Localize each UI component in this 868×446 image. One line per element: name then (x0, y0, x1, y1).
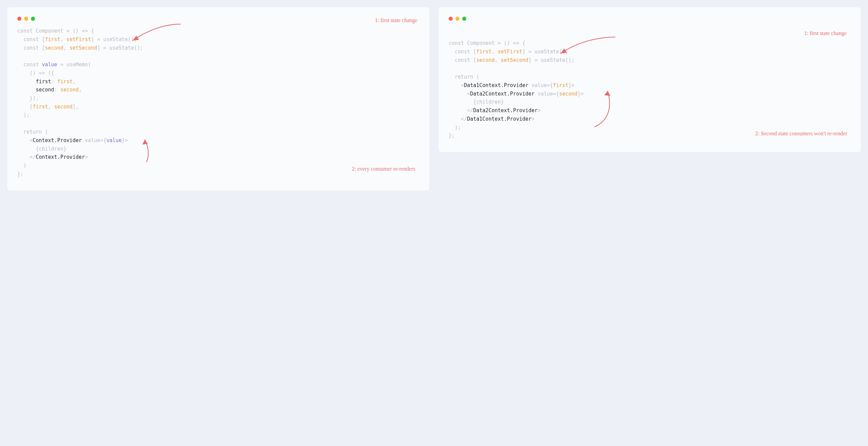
code-token: const (449, 40, 464, 46)
code-token: </ (449, 107, 473, 114)
window-dots (449, 17, 851, 21)
code-token: , (63, 45, 69, 51)
panels-grid: 1: first state change const Component = … (7, 7, 861, 191)
code-token: second (559, 91, 577, 97)
code-token: value (42, 62, 57, 68)
close-icon (449, 17, 453, 21)
code-token: { (550, 82, 553, 88)
code-token: ] = useState(); (522, 49, 568, 55)
code-token: first (553, 82, 568, 88)
code-token: {children} (449, 99, 504, 105)
code-token: second (54, 104, 72, 110)
code-token: </ (449, 116, 467, 122)
code-block: const Component = () => { const [first, … (17, 27, 419, 178)
code-token: </ (17, 154, 36, 160)
code-token: Data2Context.Provider (473, 107, 538, 114)
code-token: first (45, 36, 60, 42)
minimize-icon (455, 17, 459, 21)
code-token: second (45, 45, 63, 51)
code-token: , (48, 104, 54, 110)
code-token: : (51, 79, 57, 85)
code-token: > (85, 154, 88, 160)
code-token: value= (535, 91, 556, 97)
code-token: , (73, 79, 76, 85)
code-token: first (17, 79, 51, 85)
code-token: first (57, 79, 72, 85)
code-token: setFirst (67, 36, 91, 42)
code-token: [ (39, 36, 45, 42)
code-token: , (491, 49, 498, 55)
code-token: }; (449, 133, 455, 139)
code-token: Data1Context.Provider (464, 82, 528, 88)
code-token: [ (470, 57, 476, 63)
code-token: return ( (449, 74, 479, 80)
code-token: > (125, 137, 128, 143)
code-token: < (17, 137, 33, 143)
code-token: < (449, 82, 464, 88)
code-token: > (532, 116, 535, 122)
code-token: , (494, 57, 501, 63)
code-token: > (571, 82, 574, 88)
code-token: {children} (17, 146, 67, 152)
code-token: } (568, 82, 571, 88)
code-token: ] = useState(); (91, 36, 137, 42)
code-token: > (580, 91, 584, 97)
code-token: { (103, 137, 106, 143)
code-token: , (79, 87, 82, 93)
code-token: Data2Context.Provider (470, 91, 535, 97)
code-token: value= (528, 82, 550, 88)
code-token: const (17, 45, 39, 51)
code-token: second (60, 87, 79, 93)
code-token: const (17, 62, 42, 68)
code-block: const Component = () => { const [first, … (449, 39, 851, 140)
code-token: ] = useState(); (97, 45, 143, 51)
maximize-icon (462, 17, 466, 21)
window-dots (17, 17, 419, 21)
code-token: Context.Provider (33, 137, 82, 143)
code-token: Component = () => { (33, 28, 94, 34)
code-token: return ( (17, 129, 48, 135)
code-token: }; (17, 171, 23, 177)
code-token: ) (17, 162, 27, 169)
code-token: Component = () => { (464, 40, 525, 46)
code-token: first (476, 49, 491, 55)
code-token: ] = useState(); (528, 57, 574, 63)
code-token: second (17, 87, 54, 93)
code-token: > (538, 107, 541, 114)
code-token: , (60, 36, 66, 42)
code-token: { (556, 91, 559, 97)
code-token: const (17, 36, 39, 42)
code-token: [ (39, 45, 45, 51)
code-token: () => ({ (17, 70, 54, 76)
code-token: ); (449, 124, 461, 131)
code-token: ], (73, 104, 79, 110)
code-token: first (33, 104, 48, 110)
code-token: Context.Provider (36, 154, 85, 160)
code-token: ); (17, 112, 30, 118)
code-token: } (577, 91, 580, 97)
minimize-icon (24, 17, 28, 21)
code-token: setSecond (70, 45, 97, 51)
close-icon (17, 17, 21, 21)
code-token: }), (17, 95, 39, 101)
code-token: [ (17, 104, 33, 110)
code-token: [ (470, 49, 476, 55)
code-token: = useMemo( (57, 62, 91, 68)
maximize-icon (31, 17, 35, 21)
code-token: setSecond (501, 57, 528, 63)
code-token: const (449, 57, 470, 63)
code-token: } (122, 137, 125, 143)
code-token: setFirst (498, 49, 522, 55)
code-panel-left: 1: first state change const Component = … (7, 7, 430, 191)
code-token: second (476, 57, 494, 63)
code-token: < (449, 91, 470, 97)
code-token: const (449, 49, 470, 55)
code-token: value (106, 137, 122, 143)
code-token: Data1Context.Provider (467, 116, 532, 122)
code-token: const (17, 28, 33, 34)
code-token: : (54, 87, 60, 93)
code-panel-right: 1: first state change const Component = … (438, 7, 861, 153)
code-token: value= (82, 137, 103, 143)
